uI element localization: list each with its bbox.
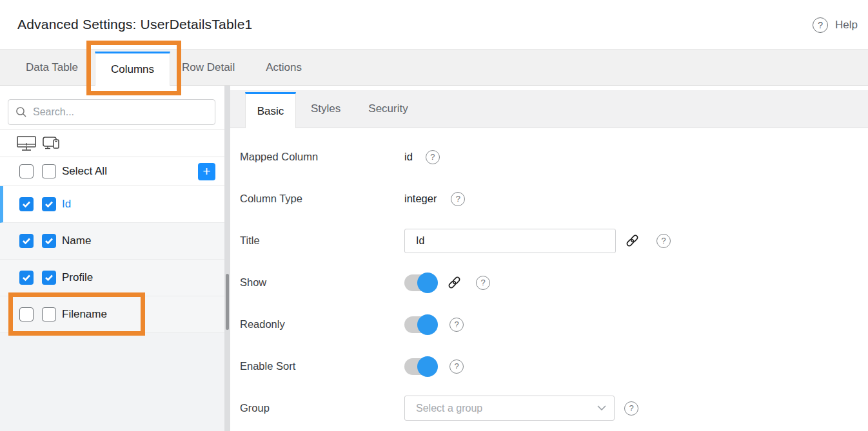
column-label: Id xyxy=(62,198,71,211)
help-group[interactable]: ? Help xyxy=(813,0,858,50)
help-icon[interactable]: ? xyxy=(426,150,440,164)
toggle-knob xyxy=(417,356,438,377)
chevron-down-icon xyxy=(597,405,606,411)
help-icon[interactable]: ? xyxy=(449,318,464,332)
main-tabbar: Data Table Columns Row Detail Actions xyxy=(0,50,868,86)
select-all-label: Select All xyxy=(62,165,107,178)
tab-styles[interactable]: Styles xyxy=(311,90,340,128)
enable-sort-toggle[interactable] xyxy=(404,358,437,375)
mobile-checkbox-unchecked[interactable] xyxy=(42,307,56,321)
column-type-row: Column Type integer ? xyxy=(230,178,868,220)
title-label: Title xyxy=(240,235,404,247)
toggle-knob xyxy=(417,273,438,293)
help-icon[interactable]: ? xyxy=(476,276,490,290)
web-checkbox-checked[interactable] xyxy=(19,234,34,248)
column-type-label: Column Type xyxy=(240,193,404,205)
mapped-column-label: Mapped Column xyxy=(240,151,404,163)
web-checkbox-checked[interactable] xyxy=(19,271,34,285)
mobile-devices-icon[interactable] xyxy=(42,135,61,152)
tab-actions[interactable]: Actions xyxy=(266,50,302,85)
readonly-label: Readonly xyxy=(240,318,404,330)
select-all-mobile-checkbox[interactable] xyxy=(42,164,56,178)
settings-tabbar: Basic Styles Security xyxy=(230,90,868,128)
advanced-settings-dialog: { "colors": { "accent_blue": "#1890ff", … xyxy=(0,0,868,431)
dialog-header: Advanced Settings: UserDetailsTable1 ? H… xyxy=(0,0,868,50)
title-input[interactable] xyxy=(404,229,616,253)
group-select[interactable]: Select a group xyxy=(404,396,615,421)
sidebar-scrollbar-thumb[interactable] xyxy=(226,274,229,330)
help-icon[interactable]: ? xyxy=(451,192,465,206)
column-row-filename[interactable]: Filename xyxy=(0,296,224,333)
search-input[interactable] xyxy=(33,106,215,118)
column-type-value: integer xyxy=(404,193,437,205)
column-label: Filename xyxy=(62,308,107,321)
sidebar-scrollbar-track[interactable] xyxy=(224,86,230,431)
link-binding-icon[interactable] xyxy=(447,275,462,290)
help-icon[interactable]: ? xyxy=(449,359,464,374)
page-title: Advanced Settings: UserDetailsTable1 xyxy=(0,17,252,32)
group-select-placeholder: Select a group xyxy=(416,403,597,414)
mobile-checkbox-checked[interactable] xyxy=(42,234,56,248)
mapped-column-value: id xyxy=(404,151,413,163)
column-label: Name xyxy=(62,235,91,247)
link-binding-icon[interactable] xyxy=(625,233,640,248)
enable-sort-row: Enable Sort ? xyxy=(230,345,868,387)
mapped-column-row: Mapped Column id ? xyxy=(230,136,868,178)
column-row-name[interactable]: Name xyxy=(0,223,224,260)
tab-basic[interactable]: Basic xyxy=(245,92,296,128)
add-column-button[interactable]: + xyxy=(198,163,215,180)
select-all-web-checkbox[interactable] xyxy=(19,164,34,178)
search-row xyxy=(0,86,224,130)
enable-sort-label: Enable Sort xyxy=(240,360,404,372)
toggle-knob xyxy=(417,314,438,335)
sidebar-empty-area xyxy=(0,333,224,431)
tab-security[interactable]: Security xyxy=(368,90,408,128)
web-checkbox-unchecked[interactable] xyxy=(19,307,34,321)
device-filter-row xyxy=(0,130,224,157)
search-box[interactable] xyxy=(8,99,215,125)
basic-settings-form: Mapped Column id ? Column Type integer ?… xyxy=(230,128,868,429)
columns-sidebar: Select All + Id Name Profile Filename xyxy=(0,86,224,431)
show-toggle[interactable] xyxy=(404,274,437,291)
select-all-row: Select All + xyxy=(0,157,224,186)
web-checkbox-checked[interactable] xyxy=(19,197,34,211)
column-row-id[interactable]: Id xyxy=(0,186,224,223)
tab-data-table[interactable]: Data Table xyxy=(26,50,78,85)
group-label: Group xyxy=(240,402,404,414)
help-link[interactable]: Help xyxy=(835,19,858,32)
show-label: Show xyxy=(240,276,404,289)
show-row: Show ? xyxy=(230,262,868,303)
help-icon[interactable]: ? xyxy=(813,17,828,33)
tab-columns[interactable]: Columns xyxy=(95,52,170,86)
desktop-icon[interactable] xyxy=(16,135,37,152)
search-icon xyxy=(15,106,27,118)
column-row-profile[interactable]: Profile xyxy=(0,260,224,296)
column-settings-panel: Basic Styles Security Mapped Column id ?… xyxy=(230,86,868,431)
help-icon[interactable]: ? xyxy=(656,234,671,248)
readonly-toggle[interactable] xyxy=(404,316,437,333)
help-icon[interactable]: ? xyxy=(624,401,638,416)
group-row: Group Select a group ? xyxy=(230,387,868,429)
mobile-checkbox-checked[interactable] xyxy=(42,271,56,285)
mobile-checkbox-checked[interactable] xyxy=(42,197,56,211)
title-row: Title ? xyxy=(230,220,868,262)
tab-row-detail[interactable]: Row Detail xyxy=(182,50,235,85)
column-label: Profile xyxy=(62,271,93,284)
readonly-row: Readonly ? xyxy=(230,303,868,345)
